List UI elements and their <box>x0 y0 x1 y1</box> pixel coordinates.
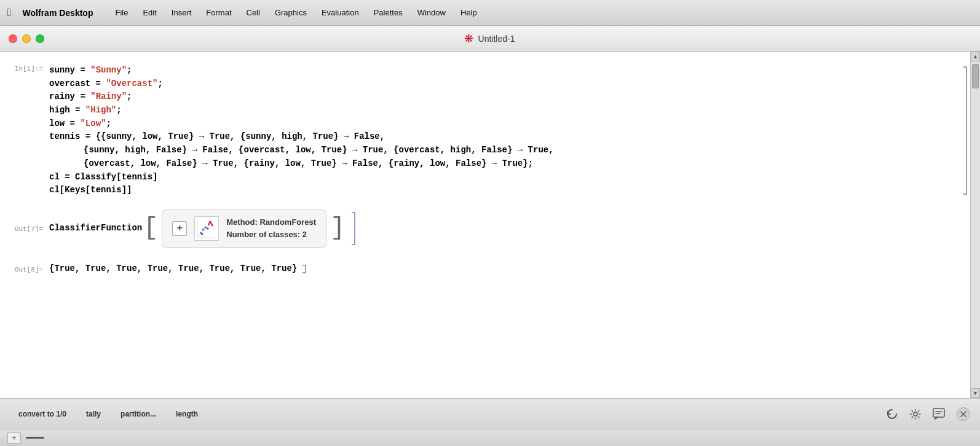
cf-card: + <box>162 209 326 248</box>
out7-label: Out[7]= <box>0 224 49 233</box>
title-center: ❋ Untitled-1 <box>464 32 515 45</box>
code-line-10: cl[Keys[tennis]] <box>49 184 958 197</box>
input-code[interactable]: sunny = "Sunny"; overcast = "Overcast"; … <box>49 64 958 197</box>
refresh-icon <box>886 408 898 420</box>
notebook: In[1]:= sunny = "Sunny"; overcast = "Ove… <box>0 52 980 398</box>
svg-point-13 <box>914 412 917 416</box>
titlebar: ❋ Untitled-1 <box>0 26 980 52</box>
menu-insert[interactable]: Insert <box>164 6 199 20</box>
statusbar: + <box>0 429 980 446</box>
convert-button[interactable]: convert to 1/0 <box>10 406 75 422</box>
cf-card-info: Method: RandomForest Number of classes: … <box>226 216 316 241</box>
bottom-toolbar: convert to 1/0 tally partition... length <box>0 398 980 429</box>
notebook-content: In[1]:= sunny = "Sunny"; overcast = "Ove… <box>0 52 970 398</box>
cf-text: ClassifierFunction <box>49 222 142 235</box>
menubar:  Wolfram Desktop File Edit Insert Forma… <box>0 0 980 26</box>
x-icon <box>960 411 966 417</box>
out8-value: {True, True, True, True, True, True, Tru… <box>49 264 297 273</box>
scroll-thumb[interactable] <box>972 64 979 88</box>
spacer-1 <box>0 200 970 209</box>
menu-graphics[interactable]: Graphics <box>267 6 314 20</box>
svg-point-6 <box>207 227 209 230</box>
gear-icon <box>909 408 922 420</box>
out8-bracket <box>302 265 306 273</box>
out7-cell: Out[7]= ClassifierFunction [ + <box>0 209 970 248</box>
comment-button[interactable] <box>928 404 949 424</box>
code-line-2: overcast = "Overcast"; <box>49 77 958 91</box>
statusbar-divider <box>26 437 44 439</box>
scrollbar[interactable]: ▲ ▼ <box>970 52 980 398</box>
cf-classes-label: Number of classes: <box>226 230 300 239</box>
classifier-chart-icon <box>196 217 218 240</box>
cf-bracket-close-icon: ] <box>330 216 345 241</box>
maximize-button[interactable] <box>36 34 44 43</box>
cf-bracket-open-icon: [ <box>143 216 158 241</box>
settings-button[interactable] <box>905 404 926 424</box>
input-bracket <box>963 66 967 195</box>
cf-container: ClassifierFunction [ + <box>49 209 346 248</box>
refresh-button[interactable] <box>882 404 903 424</box>
scroll-up-arrow[interactable]: ▲ <box>971 52 980 61</box>
length-button[interactable]: length <box>167 406 207 422</box>
svg-point-11 <box>209 221 211 223</box>
in-label: In[1]:= <box>0 64 49 72</box>
code-line-7: {sunny, high, False} → False, {overcast,… <box>49 144 958 157</box>
menu-edit[interactable]: Edit <box>135 6 164 20</box>
code-line-5: low = "Low"; <box>49 117 958 131</box>
code-line-6: tennis = {{sunny, low, True} → True, {su… <box>49 130 958 144</box>
menu-cell[interactable]: Cell <box>239 6 267 20</box>
minimize-button[interactable] <box>22 34 31 43</box>
out8-cell: Out[8]= {True, True, True, True, True, T… <box>0 262 970 276</box>
wolfram-icon: ❋ <box>464 32 473 45</box>
input-cell[interactable]: In[1]:= sunny = "Sunny"; overcast = "Ove… <box>0 64 970 197</box>
cf-classes-value: 2 <box>302 230 307 239</box>
menu-window[interactable]: Window <box>410 6 453 20</box>
comment-icon <box>932 407 946 421</box>
window-controls <box>9 34 44 43</box>
svg-point-10 <box>211 224 213 227</box>
out8-label: Out[8]= <box>0 265 49 273</box>
add-cell-button[interactable]: + <box>7 432 21 444</box>
code-line-1: sunny = "Sunny"; <box>49 64 958 77</box>
tally-button[interactable]: tally <box>77 406 109 422</box>
scroll-track[interactable] <box>971 61 980 388</box>
close-button[interactable] <box>9 34 17 43</box>
app-name: Wolfram Desktop <box>23 8 93 18</box>
svg-rect-14 <box>933 409 944 417</box>
code-line-8: {overcast, low, False} → True, {rainy, l… <box>49 157 958 171</box>
menu-palettes[interactable]: Palettes <box>366 6 410 20</box>
svg-point-7 <box>201 233 204 235</box>
code-line-9: cl = Classify[tennis] <box>49 171 958 184</box>
code-line-3: rainy = "Rainy"; <box>49 90 958 104</box>
out7-bracket <box>352 212 355 245</box>
menu-evaluation[interactable]: Evaluation <box>314 6 366 20</box>
out7-body: ClassifierFunction [ + <box>49 209 346 248</box>
code-line-4: high = "High"; <box>49 104 958 117</box>
cf-method-value: RandomForest <box>259 217 316 227</box>
out8-body: {True, True, True, True, True, True, Tru… <box>49 262 297 276</box>
close-toolbar-button[interactable] <box>957 407 970 421</box>
menu-format[interactable]: Format <box>199 6 239 20</box>
cf-method-label: Method: <box>226 217 258 227</box>
cf-card-icon <box>194 216 219 241</box>
apple-logo-icon:  <box>7 6 12 19</box>
cf-method-line: Method: RandomForest <box>226 216 316 229</box>
spacer-2 <box>0 250 970 262</box>
partition-button[interactable]: partition... <box>112 406 165 422</box>
menu-file[interactable]: File <box>108 6 135 20</box>
scroll-down-arrow[interactable]: ▼ <box>971 388 980 398</box>
window-title: Untitled-1 <box>478 34 515 44</box>
cf-classes-line: Number of classes: 2 <box>226 229 316 241</box>
menu-help[interactable]: Help <box>453 6 484 20</box>
cf-card-plus-button[interactable]: + <box>172 221 187 236</box>
